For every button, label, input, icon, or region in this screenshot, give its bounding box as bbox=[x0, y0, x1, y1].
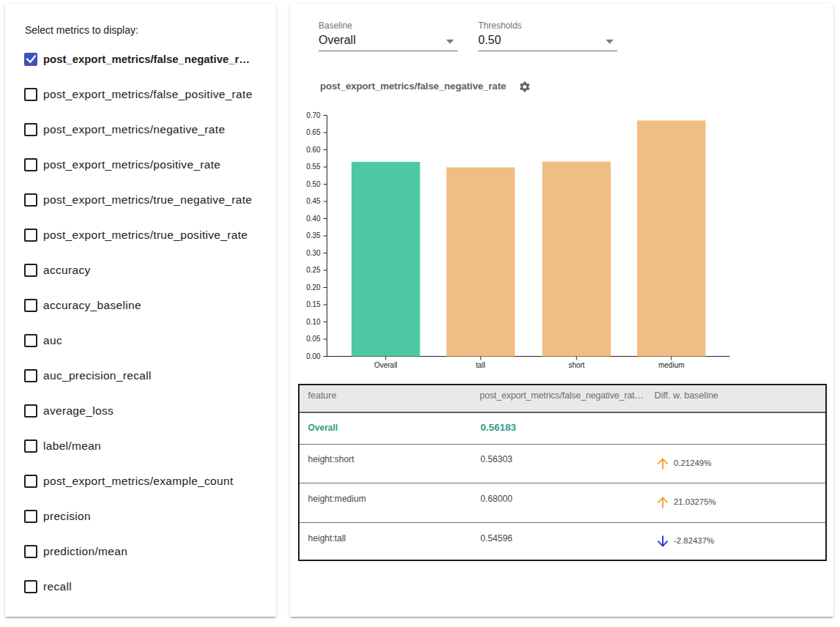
svg-text:short: short bbox=[568, 361, 584, 369]
svg-text:tall: tall bbox=[476, 361, 486, 369]
svg-text:0.50: 0.50 bbox=[306, 180, 321, 188]
svg-text:0.55: 0.55 bbox=[306, 163, 321, 171]
svg-text:0.05: 0.05 bbox=[306, 335, 321, 343]
svg-text:0.35: 0.35 bbox=[306, 231, 321, 240]
svg-text:0.00: 0.00 bbox=[306, 352, 321, 360]
svg-text:0.65: 0.65 bbox=[306, 128, 321, 136]
svg-text:0.45: 0.45 bbox=[306, 197, 321, 205]
svg-text:Overall: Overall bbox=[374, 361, 398, 369]
svg-text:0.60: 0.60 bbox=[306, 146, 321, 154]
svg-text:0.15: 0.15 bbox=[306, 300, 321, 308]
svg-text:0.30: 0.30 bbox=[306, 249, 321, 257]
svg-text:medium: medium bbox=[658, 361, 685, 369]
svg-text:0.20: 0.20 bbox=[306, 283, 321, 292]
svg-text:0.10: 0.10 bbox=[306, 318, 321, 326]
svg-text:0.70: 0.70 bbox=[306, 111, 321, 119]
svg-text:0.25: 0.25 bbox=[306, 266, 321, 274]
svg-text:0.40: 0.40 bbox=[306, 215, 321, 223]
